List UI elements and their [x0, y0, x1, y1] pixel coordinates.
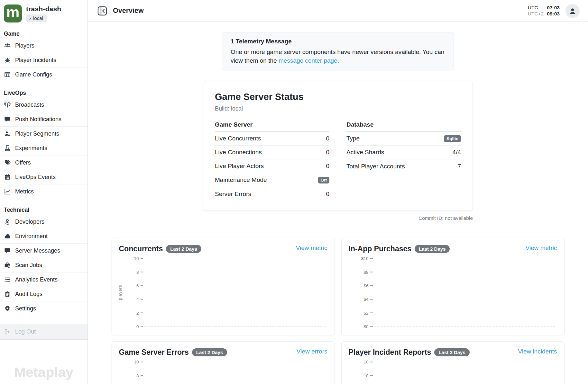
y-axis-tick: $4: [358, 297, 373, 302]
sidebar-item-server-messages[interactable]: Server Messages: [0, 243, 87, 258]
y-axis-tick: $0: [358, 324, 373, 329]
chat-bubble-icon: [4, 116, 11, 122]
status-label: Live Concurrents: [215, 135, 261, 142]
utc-time: 07:03: [547, 5, 560, 11]
status-value: 0: [326, 149, 329, 156]
sidebar-item-push-notifications[interactable]: Push Notifications: [0, 112, 87, 126]
sidebar-item-game-configs[interactable]: Game Configs: [0, 67, 87, 82]
sidebar-section-label: Technical: [0, 207, 87, 213]
cloud-icon: [4, 233, 11, 239]
chart-range-badge: Last 2 Days: [415, 245, 450, 253]
tick-mark: [141, 326, 143, 327]
status-row: Live Concurrents0: [215, 132, 329, 146]
chart-plot: 1086420: [129, 362, 326, 384]
chart-plot: 1086420players: [129, 258, 326, 326]
sidebar-item-label: Developers: [15, 219, 44, 225]
sidebar-item-label: Environment: [15, 233, 48, 240]
y-axis-tick: $2: [358, 310, 373, 315]
tick-label: $2: [358, 310, 369, 315]
sidebar-item-player-incidents[interactable]: Player Incidents: [0, 53, 87, 67]
tick-mark: [141, 285, 143, 286]
sidebar-item-experiments[interactable]: Experiments: [0, 141, 87, 155]
y-axis-tick: 10: [358, 360, 373, 364]
telemetry-text-after: .: [337, 57, 339, 64]
local-tz-label: UTC+2: [528, 11, 544, 17]
chart-title-wrap: Player Incident ReportsLast 2 Days: [349, 348, 470, 357]
sidebar-item-players[interactable]: Players: [0, 39, 87, 53]
game-server-table-title: Game Server: [215, 121, 329, 132]
status-label: Server Errors: [215, 191, 251, 198]
sidebar-collapse-icon[interactable]: [97, 6, 107, 16]
sidebar-item-label: Players: [15, 42, 34, 49]
status-columns: Game Server Live Concurrents0Live Connec…: [215, 121, 461, 201]
chart-action-link[interactable]: View metric: [296, 245, 327, 252]
telemetry-title: 1 Telemetry Message: [231, 38, 445, 45]
chart-action-link[interactable]: View errors: [297, 348, 327, 355]
sidebar-section-liveops: LiveOpsBroadcastsPush NotificationsPlaye…: [0, 90, 87, 199]
tick-label: 10: [129, 256, 139, 261]
sidebar-item-label: Settings: [15, 305, 36, 312]
person-badge-icon: [4, 219, 11, 225]
y-axis-tick: $6: [358, 283, 373, 288]
tick-label: $10: [358, 256, 369, 261]
status-badge: Off: [318, 177, 330, 183]
sidebar-item-offers[interactable]: Offers: [0, 155, 87, 170]
y-axis-tick: 6: [129, 283, 143, 288]
tick-mark: [141, 299, 143, 299]
tick-mark: [370, 258, 373, 259]
column-divider: [338, 121, 338, 201]
logout-button[interactable]: Log Out: [0, 324, 87, 340]
tick-mark: [370, 375, 373, 376]
chart-header: Game Server ErrorsLast 2 DaysView errors: [119, 348, 327, 357]
message-center-link[interactable]: message center page: [279, 57, 337, 64]
tag-icon: [4, 159, 11, 166]
logout-icon: [4, 329, 11, 335]
flask-icon: [4, 145, 11, 151]
utc-label: UTC: [528, 5, 544, 11]
y-axis-tick: 10: [129, 256, 143, 261]
gear-icon: [4, 305, 11, 312]
status-value: 4/4: [453, 149, 461, 156]
chart-action-link[interactable]: View metric: [526, 245, 557, 252]
tick-mark: [370, 285, 373, 286]
y-axis-tick: $8: [358, 270, 373, 274]
user-avatar[interactable]: [565, 4, 580, 18]
tick-mark: [370, 299, 373, 299]
sidebar-item-environment[interactable]: Environment: [0, 229, 87, 243]
zero-value-line: [144, 326, 326, 326]
list-icon: [4, 276, 11, 283]
y-axis-tick: 4: [129, 297, 143, 302]
status-label: Total Player Accounts: [346, 163, 405, 170]
brand-text: trash-dash ›local: [26, 4, 61, 22]
status-badge: Sqlite: [444, 135, 461, 142]
broadcast-icon: [4, 102, 11, 108]
status-value: 0: [326, 135, 329, 142]
tick-mark: [141, 362, 143, 362]
chart-action-link[interactable]: View incidents: [518, 348, 557, 355]
sidebar-item-developers[interactable]: Developers: [0, 215, 87, 229]
sidebar-item-player-segments[interactable]: Player Segments: [0, 126, 87, 141]
sidebar-item-analytics-events[interactable]: Analytics Events: [0, 272, 87, 287]
build-label: Build: local: [215, 105, 461, 112]
database-column: Database TypeSqliteActive Shards4/4Total…: [346, 121, 461, 201]
players-icon: [4, 42, 11, 49]
tick-label: 0: [129, 324, 139, 329]
tick-mark: [370, 313, 373, 313]
y-axis-tick: 2: [129, 310, 143, 315]
sidebar-item-label: Player Segments: [15, 130, 59, 137]
chart-title: Game Server Errors: [119, 348, 189, 357]
chart-header: In-App PurchasesLast 2 DaysView metric: [349, 245, 557, 253]
sidebar-item-scan-jobs[interactable]: Scan Jobs: [0, 258, 87, 272]
sidebar: m trash-dash ›local GamePlayersPlayer In…: [0, 0, 88, 384]
project-name: trash-dash: [26, 5, 61, 13]
sidebar-item-liveops-events[interactable]: LiveOps Events: [0, 170, 87, 184]
chart-header: ConcurrentsLast 2 DaysView metric: [119, 245, 327, 253]
sidebar-item-metrics[interactable]: Metrics: [0, 184, 87, 199]
chart-title-wrap: Game Server ErrorsLast 2 Days: [119, 348, 227, 357]
tick-mark: [141, 375, 143, 376]
y-axis-tick: 8: [358, 373, 373, 378]
chart-plot: 1086420: [358, 362, 556, 384]
sidebar-item-audit-logs[interactable]: Audit Logs: [0, 287, 87, 301]
sidebar-item-broadcasts[interactable]: Broadcasts: [0, 98, 87, 112]
sidebar-item-settings[interactable]: Settings: [0, 301, 87, 316]
